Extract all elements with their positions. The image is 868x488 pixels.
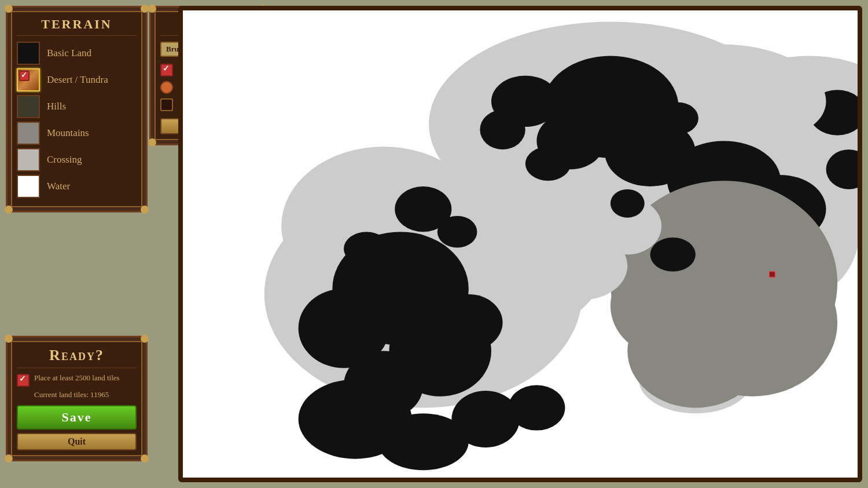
terrain-item-basic-land[interactable]: Basic Land xyxy=(17,42,137,65)
terrain-swatch-basic-land xyxy=(17,42,40,65)
terrain-item-water[interactable]: Water xyxy=(17,175,137,198)
ready-condition-text: Place at least 2500 land tiles xyxy=(34,373,120,383)
svg-point-24 xyxy=(344,232,389,266)
corner-br xyxy=(141,206,149,214)
ready-corner-tr xyxy=(141,335,149,343)
corner-bl xyxy=(5,206,13,214)
corner-tl xyxy=(5,5,13,13)
svg-point-27 xyxy=(451,391,520,447)
ready-title: Ready? xyxy=(17,347,137,368)
svg-point-38 xyxy=(610,189,645,218)
current-tiles-text: Current land tiles: 11965 xyxy=(34,390,137,399)
bucket-checkbox[interactable] xyxy=(160,98,173,111)
terrain-label-hills: Hills xyxy=(47,101,66,112)
terrain-label-crossing: Crossing xyxy=(47,154,82,166)
terrain-panel: Terrain Basic Land ✓ Desert / Tundra Hil… xyxy=(6,6,148,212)
terrain-label-desert: Desert / Tundra xyxy=(47,74,108,86)
terrain-item-hills[interactable]: Hills xyxy=(17,95,137,118)
map-svg xyxy=(183,10,858,478)
ready-corner-bl xyxy=(5,454,13,463)
map-canvas[interactable] xyxy=(183,10,858,478)
ready-panel: Ready? Place at least 2500 land tiles Cu… xyxy=(6,336,148,461)
terrain-panel-inner: Terrain Basic Land ✓ Desert / Tundra Hil… xyxy=(11,11,142,207)
map-frame xyxy=(178,6,862,482)
ready-condition-row: Place at least 2500 land tiles xyxy=(17,373,137,387)
terrain-title: Terrain xyxy=(17,17,137,36)
terrain-label-water: Water xyxy=(47,181,70,192)
tools-corner-tl xyxy=(148,5,156,13)
tools-corner-bl xyxy=(148,138,156,146)
terrain-swatch-hills xyxy=(17,95,40,118)
terrain-swatch-crossing xyxy=(17,148,40,171)
ready-panel-inner: Ready? Place at least 2500 land tiles Cu… xyxy=(11,341,142,456)
svg-point-40 xyxy=(525,146,571,181)
svg-point-37 xyxy=(650,237,696,271)
terrain-mask-checkbox[interactable] xyxy=(160,81,173,94)
terrain-swatch-mountains xyxy=(17,122,40,145)
terrain-item-crossing[interactable]: Crossing xyxy=(17,148,137,171)
ready-corner-br xyxy=(141,454,149,463)
save-button[interactable]: Save xyxy=(17,405,137,430)
ready-corner-tl xyxy=(5,335,13,343)
svg-point-28 xyxy=(508,385,565,430)
svg-point-21 xyxy=(435,294,503,351)
corner-tr xyxy=(141,5,149,13)
terrain-swatch-water xyxy=(17,175,40,198)
terrain-item-mountains[interactable]: Mountains xyxy=(17,122,137,145)
svg-rect-42 xyxy=(769,271,775,277)
quit-button[interactable]: Quit xyxy=(17,433,137,450)
svg-point-41 xyxy=(659,102,698,134)
svg-point-23 xyxy=(437,216,477,248)
svg-point-39 xyxy=(735,67,826,135)
terrain-item-desert-tundra[interactable]: ✓ Desert / Tundra xyxy=(17,68,137,91)
svg-point-30 xyxy=(480,110,525,150)
ready-check-icon xyxy=(17,374,30,387)
terrain-swatch-desert: ✓ xyxy=(17,68,40,91)
terrain-label-mountains: Mountains xyxy=(47,127,89,139)
terrain-label-basic-land: Basic Land xyxy=(47,47,91,59)
brush-checkbox[interactable] xyxy=(160,64,173,76)
